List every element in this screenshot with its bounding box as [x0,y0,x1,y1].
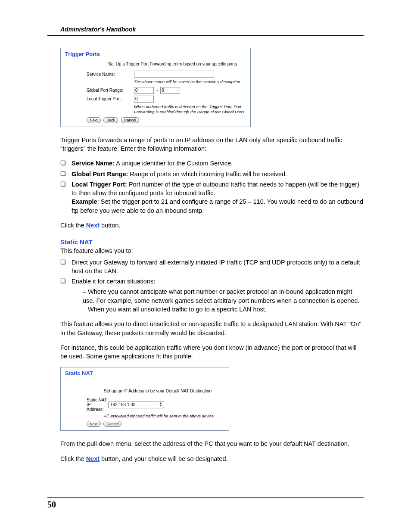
back-button[interactable]: Back [103,117,118,123]
trigger-ports-panel: Trigger Ports Set Up a Trigger Port Forw… [60,48,251,127]
service-name-input[interactable] [134,71,214,78]
list-item: Global Port Range: Range of ports on whi… [60,170,364,178]
panel-title: Trigger Ports [65,51,246,57]
service-name-hint: The above name will be saved as this ser… [134,79,246,84]
global-port-row: Global Port Range: - [87,87,246,94]
trigger-ports-list: Service Name: A unique identifier for th… [60,159,364,215]
list-item-text: Range of ports on which incoming traffic… [128,171,287,177]
page: Administrator's Handbook Trigger Ports S… [0,0,411,532]
list-item: Direct your Gateway to forward all exter… [60,258,364,276]
running-head: Administrator's Handbook [60,26,364,33]
next-button[interactable]: Next [87,421,101,427]
panel2-buttons: Next Cancel [87,421,224,427]
text: button. [100,222,120,229]
global-port-end-input[interactable] [160,87,180,94]
next-link[interactable]: Next [86,222,100,229]
static-nat-para1: This feature allows you to direct unsoli… [60,320,364,337]
text: Click the [60,455,86,462]
click-next-1: Click the Next button. [60,221,364,230]
global-port-start-input[interactable] [134,87,154,94]
static-nat-list: Direct your Gateway to forward all exter… [60,258,364,314]
next-link[interactable]: Next [86,455,100,462]
service-name-row: Service Name: [87,71,246,78]
list-item-label: Service Name: [72,160,115,167]
nat-ip-value: 192.168.1.33 [110,402,135,407]
global-port-label: Global Port Range: [87,88,134,93]
list-item-text: A unique identifier for the Custom Servi… [115,160,233,167]
panel1-buttons: Next Back Cancel [87,117,246,123]
header-rule [47,35,364,36]
nat-ip-row: Static NAT IP Address: 192.168.1.33 ▲▼ [87,398,224,412]
list-item-text: Enable it for certain situations: [72,278,155,285]
service-name-label: Service Name: [87,72,134,77]
page-number: 50 [47,500,56,510]
panel-subtitle: Set up an IP Address to be your Default … [104,389,224,393]
trigger-ports-intro: Trigger Ports forwards a range of ports … [60,136,364,153]
text: button, and your choice will be so desig… [100,455,227,462]
panel-title: Static NAT [65,370,224,376]
list-item-label: Global Port Range: [72,171,128,177]
list-item-label: Local Trigger Port: [72,181,127,188]
dropdown-icon: ▲▼ [159,402,162,407]
static-nat-para2: For instance, this could be application … [60,343,364,361]
list-item: Service Name: A unique identifier for th… [60,159,364,168]
port-range-separator: - [156,88,158,93]
next-button[interactable]: Next [87,117,101,123]
local-trigger-input[interactable] [134,96,154,103]
sub-item: – When you want all unsolicited traffic … [83,305,364,314]
local-trigger-label: Local Trigger Port: [87,96,134,101]
nat-ip-select[interactable]: 192.168.1.33 ▲▼ [108,401,164,408]
sub-item: – Where you cannot anticipate what port … [83,287,364,305]
nat-ip-label: Static NAT IP Address: [87,398,108,412]
list-item: Local Trigger Port: Port number of the t… [60,180,364,215]
text: Click the [60,222,86,229]
footer-rule [47,497,364,498]
example-text: : Set the trigger port to 21 and configu… [72,198,363,214]
static-nat-panel: Static NAT Set up an IP Address to be yo… [60,367,229,431]
static-nat-intro: This feature allows you to: [60,246,364,255]
static-nat-heading: Static NAT [60,238,364,246]
cancel-button[interactable]: Cancel [121,117,139,123]
panel-subtitle: Set Up a Trigger Port Forwarding entry b… [108,62,246,66]
local-trigger-hint: When outbound traffic is detected on the… [134,104,246,115]
cancel-button[interactable]: Cancel [103,421,121,427]
pulldown-instruction: From the pull-down menu, select the addr… [60,439,364,448]
click-next-2: Click the Next button, and your choice w… [60,454,364,463]
example-label: Example [72,198,97,205]
nat-hint: All unsolicited inbound traffic will be … [104,414,224,419]
list-item: Enable it for certain situations: – Wher… [60,277,364,314]
local-trigger-row: Local Trigger Port: [87,96,246,103]
